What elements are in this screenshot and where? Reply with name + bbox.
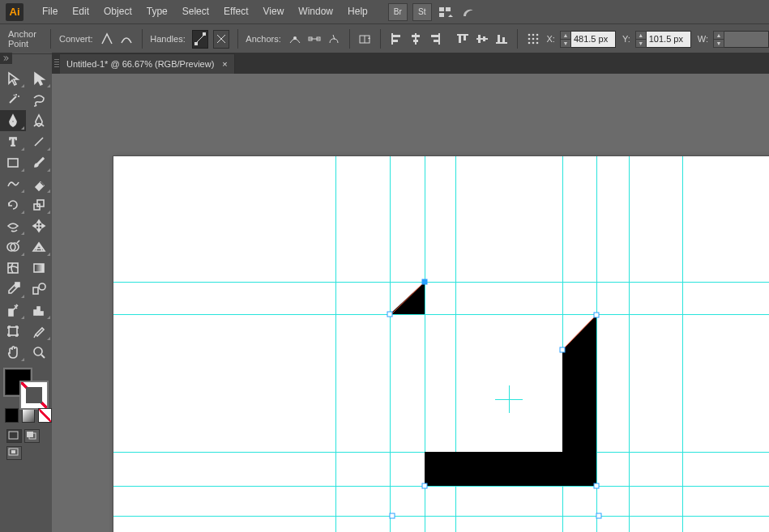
- svg-rect-25: [464, 36, 466, 40]
- curvature-tool-icon[interactable]: [26, 110, 52, 131]
- svg-rect-61: [41, 312, 43, 315]
- svg-line-44: [14, 95, 15, 96]
- direct-selection-tool-icon[interactable]: [26, 68, 52, 89]
- w-label: W:: [698, 34, 708, 44]
- svg-point-38: [528, 42, 530, 45]
- svg-point-39: [532, 42, 534, 45]
- svg-rect-79: [560, 347, 565, 352]
- mesh-tool-icon[interactable]: [0, 257, 26, 279]
- y-stepper[interactable]: ▲▼: [635, 31, 647, 48]
- gradient-mode-icon[interactable]: [22, 408, 36, 423]
- anchor-cut-icon[interactable]: [327, 31, 341, 48]
- align-hcenter-icon[interactable]: [408, 31, 423, 48]
- svg-rect-28: [483, 36, 485, 41]
- handles-label: Handles:: [150, 34, 185, 44]
- svg-rect-21: [431, 35, 438, 37]
- align-left-icon[interactable]: [389, 31, 404, 48]
- pen-tool-icon[interactable]: [0, 110, 26, 131]
- slice-tool-icon[interactable]: [26, 321, 52, 342]
- lasso-tool-icon[interactable]: [26, 89, 52, 110]
- handles-show-icon[interactable]: [192, 30, 208, 49]
- artboard[interactable]: [113, 155, 769, 532]
- stroke-swatch[interactable]: [19, 381, 49, 410]
- blend-tool-icon[interactable]: [26, 279, 52, 300]
- canvas-area[interactable]: [52, 74, 769, 532]
- hand-tool-icon[interactable]: [0, 342, 26, 363]
- stock-icon[interactable]: St: [412, 3, 432, 21]
- isolate-icon[interactable]: [357, 31, 372, 48]
- w-field[interactable]: ▲▼: [713, 31, 769, 48]
- magic-wand-tool-icon[interactable]: [0, 89, 26, 110]
- anchor-remove-icon[interactable]: [288, 31, 302, 48]
- align-bottom-icon[interactable]: [494, 31, 509, 48]
- svg-line-47: [35, 138, 43, 146]
- symbol-sprayer-tool-icon[interactable]: [0, 300, 26, 321]
- menu-view[interactable]: View: [256, 0, 292, 23]
- reference-point-icon[interactable]: [526, 31, 540, 48]
- gpu-preview-icon[interactable]: [459, 4, 477, 20]
- draw-behind-icon[interactable]: [24, 429, 40, 443]
- scale-tool-icon[interactable]: [26, 194, 52, 215]
- rotate-tool-icon[interactable]: [0, 194, 26, 215]
- menu-type[interactable]: Type: [139, 0, 175, 23]
- eraser-tool-icon[interactable]: [26, 173, 52, 194]
- paintbrush-tool-icon[interactable]: [26, 152, 52, 173]
- y-value[interactable]: 101.5 px: [647, 31, 691, 48]
- menu-object[interactable]: Object: [96, 0, 139, 23]
- fill-stroke-swatch[interactable]: [3, 368, 49, 405]
- align-vcenter-icon[interactable]: [475, 31, 489, 48]
- screen-mode-icon[interactable]: [6, 446, 22, 460]
- svg-rect-59: [34, 310, 36, 315]
- menu-file[interactable]: File: [35, 0, 65, 23]
- y-field[interactable]: ▲▼ 101.5 px: [635, 31, 691, 48]
- svg-line-64: [41, 355, 45, 358]
- collapse-tools-icon[interactable]: [0, 53, 12, 64]
- column-graph-tool-icon[interactable]: [26, 300, 52, 321]
- close-tab-icon[interactable]: ×: [222, 59, 227, 69]
- gradient-tool-icon[interactable]: [26, 257, 52, 279]
- bridge-icon[interactable]: Br: [388, 3, 408, 21]
- convert-smooth-icon[interactable]: [119, 31, 134, 48]
- line-segment-tool-icon[interactable]: [26, 131, 52, 152]
- svg-rect-53: [8, 263, 18, 273]
- x-stepper[interactable]: ▲▼: [560, 31, 571, 48]
- align-top-icon[interactable]: [455, 31, 470, 48]
- x-value[interactable]: 481.5 px: [571, 31, 616, 48]
- menu-edit[interactable]: Edit: [65, 0, 96, 23]
- menu-select[interactable]: Select: [175, 0, 216, 23]
- perspective-grid-tool-icon[interactable]: [26, 236, 52, 257]
- menu-effect[interactable]: Effect: [216, 0, 255, 23]
- svg-rect-62: [9, 327, 17, 335]
- w-value: [724, 31, 769, 48]
- anchor-connect-icon[interactable]: [307, 31, 322, 48]
- color-mode-icon[interactable]: [5, 408, 19, 423]
- svg-point-8: [293, 36, 297, 40]
- w-stepper[interactable]: ▲▼: [713, 31, 724, 48]
- svg-rect-56: [33, 287, 38, 294]
- selection-tool-icon[interactable]: [0, 68, 26, 89]
- none-mode-icon[interactable]: [38, 408, 52, 423]
- width-tool-icon[interactable]: [0, 215, 26, 236]
- path-shape[interactable]: [113, 156, 769, 532]
- svg-point-57: [39, 283, 45, 290]
- shape-builder-tool-icon[interactable]: [0, 236, 26, 257]
- type-tool-icon[interactable]: T: [0, 131, 26, 152]
- draw-normal-icon[interactable]: [6, 429, 22, 443]
- convert-corner-icon[interactable]: [100, 31, 114, 48]
- menu-window[interactable]: Window: [291, 0, 340, 23]
- arrange-docs-icon[interactable]: [437, 4, 455, 20]
- svg-point-36: [532, 38, 534, 40]
- x-field[interactable]: ▲▼ 481.5 px: [560, 31, 616, 48]
- menu-help[interactable]: Help: [340, 0, 375, 23]
- free-transform-tool-icon[interactable]: [26, 215, 52, 236]
- rectangle-tool-icon[interactable]: [0, 152, 26, 173]
- zoom-tool-icon[interactable]: [26, 342, 52, 363]
- eyedropper-tool-icon[interactable]: [0, 279, 26, 300]
- artboard-tool-icon[interactable]: [0, 321, 26, 342]
- align-right-icon[interactable]: [428, 31, 442, 48]
- document-tab[interactable]: Untitled-1* @ 66.67% (RGB/Preview) ×: [60, 53, 235, 74]
- shaper-tool-icon[interactable]: [0, 173, 26, 194]
- menu-bar: Ai File Edit Object Type Select Effect V…: [0, 0, 769, 23]
- handles-hide-icon[interactable]: [213, 30, 229, 49]
- document-title: Untitled-1* @ 66.67% (RGB/Preview): [66, 59, 214, 69]
